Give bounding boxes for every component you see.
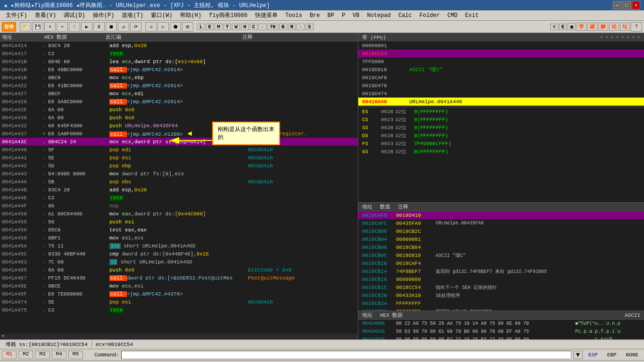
table-row[interactable]: 0041A432 . 68 645F4300 push URLHelpe.004…	[0, 122, 358, 130]
table-row[interactable]: 0041A429 . E8 3A0C0000 call <jmp.&MFC42.…	[0, 98, 358, 106]
stack-row[interactable]: 0019CB20 00433A10 SE处理程序	[358, 291, 644, 299]
reg-row-ss[interactable]: SS 002B 32位 0(FFFFFFFF)	[358, 123, 644, 132]
table-row[interactable]: 0041A41B . E8 48BC0000 call <jmp.&MFC42.…	[0, 66, 358, 74]
table-row[interactable]: 0041A45C . 833D 48BF440 cmp dword ptr ds…	[0, 250, 358, 258]
menu-shortcut[interactable]: 快捷菜单	[251, 10, 281, 20]
table-row[interactable]: 0041A44E . C3 retn	[0, 194, 358, 202]
fpu-row[interactable]: 0019D818 ASCII "缓C"	[358, 66, 644, 74]
menu-tools[interactable]: Tools	[281, 11, 306, 20]
table-row[interactable]: 0041A44A . 5B pop ebx 0019D410	[0, 178, 358, 186]
step-in-button[interactable]: ⬇	[44, 22, 56, 32]
menu-help[interactable]: 帮助(H)	[176, 10, 206, 20]
fpu-next[interactable]: ›	[605, 34, 609, 41]
stack-row[interactable]: 0019CB24 FFFFFFFF	[358, 299, 644, 307]
stack-row[interactable]: 0019CB08 0019CB84	[358, 243, 644, 251]
fpu-row[interactable]: 0019CC54	[358, 49, 644, 58]
toolbar-xue[interactable]: 学	[577, 23, 586, 31]
fpu-next2[interactable]: ›	[616, 34, 619, 41]
disassembly-area[interactable]: 0041A414 . 83C4 20 add esp,0x20 0041A417…	[0, 41, 358, 334]
toolbar-dot[interactable]: ·	[258, 24, 266, 30]
toolbar-po[interactable]: 破	[587, 23, 597, 31]
run-button[interactable]: ▶	[81, 22, 92, 32]
step-over-button[interactable]: ↷	[57, 22, 68, 32]
toolbar-icon2[interactable]: E	[559, 24, 567, 30]
help-button[interactable]: ?	[631, 22, 642, 32]
trace-button[interactable]: ⟳	[130, 22, 141, 32]
table-row[interactable]: 0041A42E . 6A 00 push 0x0	[0, 106, 358, 114]
right-button[interactable]: ▷	[157, 22, 169, 32]
menu-exit[interactable]: Exit	[462, 11, 483, 20]
stack-row[interactable]: 0019CAFC 00435FA0 URLHelpe.00435FA0	[358, 219, 644, 227]
toolbar-M[interactable]: M	[215, 24, 223, 30]
menu-op[interactable]: 操作(P)	[89, 10, 118, 20]
reg-row-es[interactable]: ES 002B 32位 0(FFFFFFFF)	[358, 107, 644, 115]
menu-file[interactable]: 文件(F)	[2, 10, 31, 20]
toolbar-S[interactable]: S	[305, 24, 314, 30]
stack-row[interactable]: 0019CAF8 0019D410	[358, 211, 644, 219]
macro-m4[interactable]: M4	[52, 351, 66, 359]
menu-debug[interactable]: 调试(D)	[60, 10, 89, 20]
table-row[interactable]: 0041A417 . C3 retn	[0, 49, 358, 58]
toolbar-icon3[interactable]: ▣	[568, 23, 576, 30]
fpu-prev3[interactable]: ‹	[621, 34, 624, 41]
table-row[interactable]: 0041A456 . 85C0 test eax,eax	[0, 226, 358, 234]
table-row[interactable]: 0041A46E . 8BCE mov ecx,esi	[0, 282, 358, 290]
macro-m1[interactable]: M1	[2, 351, 17, 359]
disasm-scroll-indicator[interactable]: ▼	[0, 334, 358, 339]
menu-vb[interactable]: VB	[349, 11, 363, 20]
toolbar-L[interactable]: L	[197, 24, 205, 30]
open-button[interactable]: 📂	[20, 22, 31, 32]
menu-cmd[interactable]: CMD	[444, 11, 462, 20]
maximize-button[interactable]: □	[622, 1, 631, 9]
table-row[interactable]: 0041A44B . 83C4 20 add esp,0x20	[0, 186, 358, 194]
hex-row[interactable]: 00434010 50 63 99 70 00 61 99 70 B0 66 9…	[358, 328, 644, 336]
table-row[interactable]: 0041A46F . E8 7E090000 call <jmp.&MFC42.…	[0, 290, 358, 298]
table-row[interactable]: 0041A41B . 8D4E 68 lea ecx,dword ptr ds:…	[0, 58, 358, 66]
fpu-row[interactable]: 7FFD000	[358, 58, 644, 66]
fpu-prev4[interactable]: ‹	[632, 34, 635, 41]
toolbar-H[interactable]: H	[241, 24, 249, 30]
table-row[interactable]: 0041A441 . 5E pop esi 0019D410	[0, 154, 358, 162]
hex-row[interactable]: 00434020 00 00 00 00 08 00 B7 72 10 26 B…	[358, 336, 644, 339]
stack-row[interactable]: 0019CB04 00000001	[358, 235, 644, 243]
fpu-next4[interactable]: ›	[637, 34, 640, 41]
fpu-special-row[interactable]: 00410A40 URLHelpe.0041A440	[358, 98, 644, 106]
menu-options[interactable]: 选项(T)	[118, 10, 147, 20]
table-row[interactable]: 0041A45A . 75 11 jnz short URLHelpe.0041…	[0, 242, 358, 250]
table-row[interactable]: 0041A475 . C3 retn	[0, 306, 358, 314]
fpu-row[interactable]: 00000001	[358, 41, 644, 49]
table-row[interactable]: 0041A422 . E8 41BC0000 call <jmp.&MFC42.…	[0, 82, 358, 90]
toolbar-T[interactable]: T	[223, 24, 231, 30]
toolbar-tan[interactable]: 坛	[620, 23, 630, 31]
table-row[interactable]: 0041A427 . 8BCF mov ecx,edi	[0, 90, 358, 98]
toolbar-icon1[interactable]: ≡	[550, 24, 558, 30]
reg-row-fs[interactable]: FS 0053 32位 7FFD000(FFF)	[358, 140, 644, 148]
toolbar-lun[interactable]: 论	[609, 23, 619, 31]
table-row[interactable]: 0041A463 . 7C 08 jl short URLHelpe.0041A…	[0, 258, 358, 266]
menu-view[interactable]: 查看(V)	[31, 10, 60, 20]
table-row[interactable]: 0041A41B . 8BC9 mov ecx,ebp	[0, 74, 358, 82]
minimize-button[interactable]: —	[613, 1, 621, 9]
menu-notepad[interactable]: Notepad	[363, 11, 395, 20]
macro-m5[interactable]: M5	[68, 351, 83, 359]
table-row[interactable]: 0041A450 . A1 00C04400 mov eax,dword ptr…	[0, 210, 358, 218]
fpu-prev[interactable]: ‹	[600, 34, 603, 41]
menu-window[interactable]: 窗口(W)	[147, 10, 176, 20]
fpu-row[interactable]: 0019D470	[358, 82, 644, 90]
toolbar-7k[interactable]: 7K	[267, 24, 278, 30]
toolbar-B[interactable]: B	[279, 24, 287, 30]
fpu-next3[interactable]: ›	[626, 34, 629, 41]
toolbar-dot2[interactable]: ·	[297, 24, 305, 30]
toolbar-C[interactable]: C	[250, 24, 258, 30]
breakpoint-list[interactable]: ⊞	[182, 22, 193, 32]
fpu-prev2[interactable]: ‹	[611, 34, 614, 41]
menu-folder[interactable]: Folder	[416, 11, 444, 20]
bp-button[interactable]: ⬟	[170, 22, 181, 32]
restart-button[interactable]: ↺	[118, 22, 129, 32]
command-dropdown[interactable]: ▼	[573, 351, 583, 359]
table-row[interactable]: 0041A443 . 64:890D 0000 mov dword ptr fs…	[0, 170, 358, 178]
toolbar-E[interactable]: E	[206, 24, 214, 30]
hex-row[interactable]: 00434000 80 22 A9 75 50 28 AA 75 10 14 A…	[358, 320, 644, 328]
reg-row-cs[interactable]: CS 0023 32位 0(FFFFFFFF)	[358, 115, 644, 123]
pause2-button[interactable]: ⏸	[93, 22, 105, 32]
